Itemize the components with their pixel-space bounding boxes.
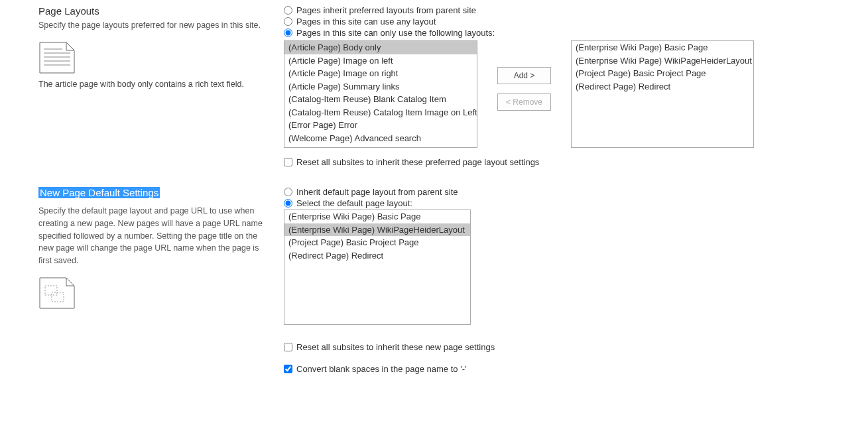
convert-spaces-checkbox[interactable] (284, 365, 292, 373)
list-item[interactable]: (Welcome Page) Advanced search (284, 132, 477, 145)
new-page-icon (38, 276, 271, 310)
list-item[interactable]: (Article Page) Summary links (284, 80, 477, 93)
reset-layouts-check[interactable]: Reset all subsites to inherit these pref… (284, 157, 868, 167)
list-item[interactable]: (Project Page) Basic Project Page (572, 67, 753, 80)
radio-only-layouts-label: Pages in this site can only use the foll… (296, 28, 495, 38)
available-layouts-listbox[interactable]: (Article Page) Body only(Article Page) I… (284, 40, 477, 148)
new-page-desc: Specify the default page layout and page… (38, 205, 271, 267)
list-item[interactable]: (Article Page) Image on right (284, 67, 477, 80)
list-item[interactable]: (Project Page) Basic Project Page (284, 236, 470, 249)
list-item[interactable]: (Welcome Page) Blank Web Part page (284, 145, 477, 148)
list-item[interactable]: (Catalog-Item Reuse) Catalog Item Image … (284, 106, 477, 119)
radio-inherit-default-input[interactable] (284, 188, 292, 196)
page-layouts-section: Page Layouts Specify the page layouts pr… (38, 5, 868, 167)
radio-inherit-layouts[interactable]: Pages inherit preferred layouts from par… (284, 5, 868, 15)
article-body-icon (38, 41, 271, 74)
reset-layouts-checkbox[interactable] (284, 158, 292, 166)
new-page-right: Inherit default page layout from parent … (284, 187, 868, 374)
page-layouts-right: Pages inherit preferred layouts from par… (284, 5, 868, 167)
radio-inherit-layouts-label: Pages inherit preferred layouts from par… (296, 5, 476, 15)
reset-newpage-checkbox[interactable] (284, 343, 292, 351)
radio-inherit-default-label: Inherit default page layout from parent … (296, 187, 458, 197)
svg-marker-0 (40, 42, 74, 73)
radio-only-layouts-input[interactable] (284, 29, 292, 37)
reset-newpage-check[interactable]: Reset all subsites to inherit these new … (284, 342, 868, 352)
new-page-title: New Page Default Settings (38, 187, 160, 198)
list-item[interactable]: (Catalog-Item Reuse) Blank Catalog Item (284, 93, 477, 106)
radio-any-layout-input[interactable] (284, 17, 292, 26)
add-button[interactable]: Add > (497, 67, 551, 84)
page-layouts-desc: Specify the page layouts preferred for n… (38, 19, 271, 32)
radio-inherit-layouts-input[interactable] (284, 6, 292, 15)
radio-inherit-default[interactable]: Inherit default page layout from parent … (284, 187, 868, 197)
list-item[interactable]: (Article Page) Image on left (284, 54, 477, 68)
page-layouts-title: Page Layouts (38, 5, 271, 17)
list-item[interactable]: (Enterprise Wiki Page) WikiPageHeiderLay… (572, 54, 753, 68)
page-layouts-left: Page Layouts Specify the page layouts pr… (38, 5, 284, 167)
list-item[interactable]: (Error Page) Error (284, 119, 477, 132)
convert-spaces-label: Convert blank spaces in the page name to… (296, 364, 466, 374)
radio-any-layout[interactable]: Pages in this site can use any layout (284, 17, 868, 27)
radio-only-layouts[interactable]: Pages in this site can only use the foll… (284, 28, 868, 38)
reset-layouts-label: Reset all subsites to inherit these pref… (296, 157, 539, 167)
new-page-left: New Page Default Settings Specify the de… (38, 187, 284, 374)
list-item[interactable]: (Enterprise Wiki Page) Basic Page (572, 41, 753, 54)
list-item[interactable]: (Redirect Page) Redirect (284, 249, 470, 263)
list-item[interactable]: (Article Page) Body only (284, 41, 477, 54)
selected-layouts-listbox[interactable]: (Enterprise Wiki Page) Basic Page(Enterp… (571, 40, 754, 148)
radio-select-default-input[interactable] (284, 199, 292, 208)
list-item[interactable]: (Enterprise Wiki Page) Basic Page (284, 210, 470, 223)
layout-picker: (Article Page) Body only(Article Page) I… (284, 40, 868, 148)
reset-newpage-label: Reset all subsites to inherit these new … (296, 342, 495, 352)
radio-select-default[interactable]: Select the default page layout: (284, 198, 868, 208)
default-layout-listbox[interactable]: (Enterprise Wiki Page) Basic Page(Enterp… (284, 210, 471, 325)
list-item[interactable]: (Redirect Page) Redirect (572, 80, 753, 93)
radio-select-default-label: Select the default page layout: (296, 198, 412, 208)
picker-buttons: Add > < Remove (497, 67, 551, 111)
page-layouts-caption: The article page with body only contains… (38, 80, 271, 89)
remove-button[interactable]: < Remove (497, 93, 551, 111)
list-item[interactable]: (Enterprise Wiki Page) WikiPageHeiderLay… (284, 223, 470, 237)
new-page-section: New Page Default Settings Specify the de… (38, 187, 868, 374)
radio-any-layout-label: Pages in this site can use any layout (296, 17, 436, 27)
convert-spaces-check[interactable]: Convert blank spaces in the page name to… (284, 364, 868, 374)
